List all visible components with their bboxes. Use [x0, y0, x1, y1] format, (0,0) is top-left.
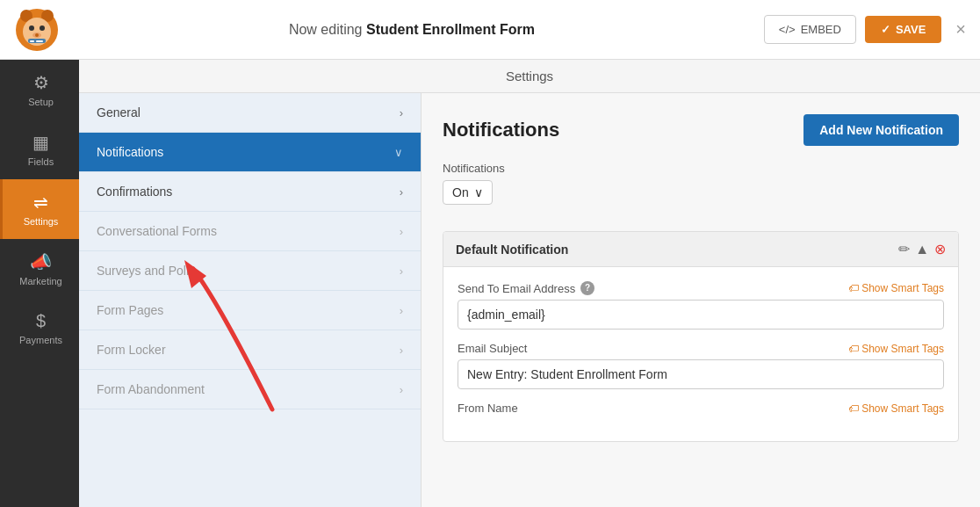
svg-rect-9: [30, 40, 34, 42]
editing-title: Now editing Student Enrollment Form: [289, 22, 535, 38]
send-to-input[interactable]: [458, 300, 944, 330]
notification-box-actions: ✏ ▲ ⊗: [898, 241, 946, 257]
edit-notification-button[interactable]: ✏: [898, 241, 910, 257]
top-bar: Now editing Student Enrollment Form </> …: [0, 0, 980, 60]
fields-icon: ▦: [32, 132, 49, 153]
embed-code-icon: </>: [779, 23, 796, 36]
main-layout: ⚙ Setup ▦ Fields ⇌ Settings 📣 Marketing …: [0, 60, 980, 507]
sidebar-item-payments[interactable]: $ Payments: [0, 299, 79, 358]
chevron-right-icon: ›: [400, 344, 403, 357]
notification-box-header: Default Notification ✏ ▲ ⊗: [443, 232, 958, 267]
email-subject-field: Email Subject 🏷 Show Smart Tags: [458, 342, 944, 389]
svg-point-5: [40, 25, 45, 31]
left-menu: General › Notifications ∨ Confirmations …: [79, 93, 422, 507]
save-button[interactable]: ✓ SAVE: [865, 16, 941, 43]
sidebar-nav: ⚙ Setup ▦ Fields ⇌ Settings 📣 Marketing …: [0, 60, 79, 507]
chevron-down-icon: ∨: [394, 146, 403, 159]
setup-icon: ⚙: [33, 72, 49, 93]
chevron-right-icon: ›: [400, 264, 403, 278]
sidebar-item-label: Marketing: [19, 276, 61, 286]
tag-icon: 🏷: [848, 282, 859, 294]
sidebar-item-label: Setup: [28, 97, 54, 107]
chevron-right-icon: ›: [400, 185, 403, 199]
notification-box-title: Default Notification: [456, 243, 568, 257]
menu-item-surveys-polls[interactable]: Surveys and Polls ›: [79, 251, 421, 291]
notification-box: Default Notification ✏ ▲ ⊗ Send To Email…: [443, 231, 959, 442]
chevron-right-icon: ›: [400, 304, 403, 317]
notifications-toggle-label: Notifications: [443, 162, 959, 175]
settings-panel: Settings General › Notifications ∨ Confi…: [79, 60, 980, 507]
sidebar-item-label: Fields: [28, 156, 54, 167]
show-smart-tags-subject[interactable]: 🏷 Show Smart Tags: [848, 343, 944, 355]
select-chevron-icon: ∨: [474, 185, 483, 199]
delete-notification-button[interactable]: ⊗: [934, 241, 946, 257]
sidebar-item-settings[interactable]: ⇌ Settings: [0, 179, 79, 239]
show-smart-tags-send-to[interactable]: 🏷 Show Smart Tags: [848, 282, 944, 294]
logo-area: [14, 7, 60, 53]
logo-icon: [14, 7, 60, 53]
info-icon[interactable]: ?: [580, 281, 594, 295]
top-bar-actions: </> </> EMBED ✓ SAVE ×: [764, 15, 966, 44]
move-up-notification-button[interactable]: ▲: [915, 242, 929, 257]
menu-item-conversational-forms[interactable]: Conversational Forms ›: [79, 212, 421, 251]
menu-item-form-abandonment[interactable]: Form Abandonment ›: [79, 370, 421, 409]
add-notification-button[interactable]: Add New Notification: [803, 114, 959, 146]
email-subject-label: Email Subject: [458, 342, 527, 355]
sidebar-item-fields[interactable]: ▦ Fields: [0, 120, 79, 179]
sidebar-item-label: Settings: [24, 216, 59, 227]
menu-item-form-pages[interactable]: Form Pages ›: [79, 291, 421, 330]
notification-box-body: Send To Email Address ? 🏷 Show Smart Tag…: [443, 267, 958, 441]
sidebar-item-marketing[interactable]: 📣 Marketing: [0, 239, 79, 299]
payments-icon: $: [36, 311, 46, 331]
chevron-right-icon: ›: [400, 225, 403, 238]
svg-point-4: [29, 25, 34, 31]
svg-rect-10: [36, 40, 43, 42]
from-name-field: From Name 🏷 Show Smart Tags: [458, 402, 944, 415]
send-to-label: Send To Email Address: [458, 282, 575, 295]
from-name-label: From Name: [458, 402, 518, 415]
right-content: Notifications Add New Notification Notif…: [422, 93, 980, 507]
close-button[interactable]: ×: [955, 19, 966, 40]
menu-item-form-locker[interactable]: Form Locker ›: [79, 330, 421, 370]
sidebar-item-label: Payments: [19, 335, 62, 345]
chevron-right-icon: ›: [400, 106, 403, 120]
checkmark-icon: ✓: [881, 23, 890, 36]
notifications-select[interactable]: On ∨: [443, 180, 493, 205]
send-to-field: Send To Email Address ? 🏷 Show Smart Tag…: [458, 281, 944, 330]
tag-icon: 🏷: [848, 343, 859, 355]
settings-body: General › Notifications ∨ Confirmations …: [79, 93, 980, 507]
settings-icon: ⇌: [33, 192, 48, 213]
marketing-icon: 📣: [30, 251, 52, 272]
chevron-right-icon: ›: [400, 383, 403, 396]
tag-icon: 🏷: [848, 402, 859, 415]
settings-header: Settings: [79, 60, 980, 93]
svg-point-7: [35, 33, 39, 37]
sidebar-item-setup[interactable]: ⚙ Setup: [0, 60, 79, 120]
show-smart-tags-from-name[interactable]: 🏷 Show Smart Tags: [848, 402, 944, 415]
notifications-toggle-field: Notifications On ∨: [443, 162, 959, 219]
menu-item-confirmations[interactable]: Confirmations ›: [79, 172, 421, 212]
menu-item-notifications[interactable]: Notifications ∨: [79, 133, 421, 172]
menu-item-general[interactable]: General ›: [79, 93, 421, 133]
embed-button[interactable]: </> </> EMBED: [764, 15, 856, 44]
notifications-header: Notifications Add New Notification: [443, 114, 959, 146]
notifications-title: Notifications: [443, 119, 559, 141]
email-subject-input[interactable]: [458, 359, 944, 389]
